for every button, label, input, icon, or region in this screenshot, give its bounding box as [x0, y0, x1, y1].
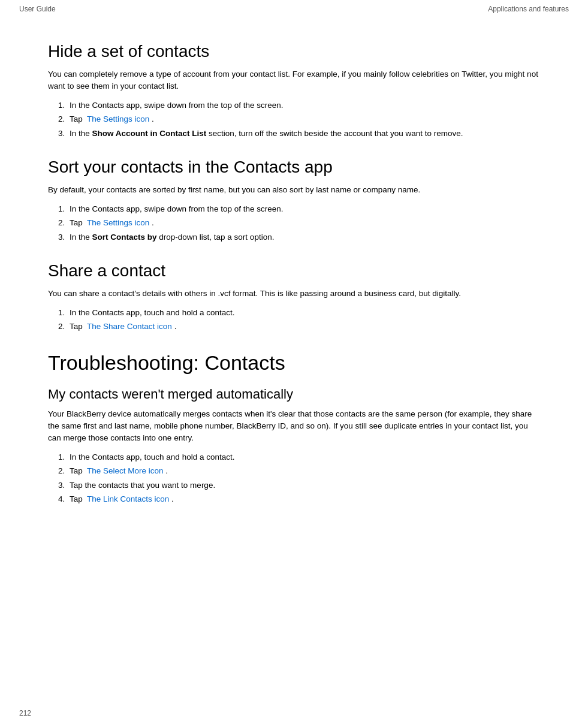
section-troubleshooting: Troubleshooting: Contacts My contacts we… [48, 351, 540, 506]
hide-contacts-steps: In the Contacts app, swipe down from the… [67, 99, 540, 140]
share-contact-step1: In the Contacts app, touch and hold a co… [67, 306, 540, 319]
merge-step1: In the Contacts app, touch and hold a co… [67, 451, 540, 464]
header-right: Applications and features [488, 5, 569, 13]
share-contact-step2-suffix: . [172, 322, 177, 331]
merge-step2-prefix: Tap [70, 466, 87, 475]
share-contact-step2-link: The Share Contact icon [87, 322, 172, 331]
sort-contacts-step3-prefix: In the [70, 233, 92, 242]
sort-contacts-step2: Tap The Settings icon . [67, 216, 540, 230]
merge-description: Your BlackBerry device automatically mer… [48, 408, 540, 445]
hide-contacts-step2-link: The Settings icon [87, 114, 149, 123]
share-contact-step2: Tap The Share Contact icon . [67, 320, 540, 333]
sort-contacts-steps: In the Contacts app, swipe down from the… [67, 203, 540, 244]
sort-contacts-step2-prefix: Tap [70, 218, 87, 227]
share-contact-description: You can share a contact's details with o… [48, 288, 540, 300]
troubleshooting-title: Troubleshooting: Contacts [48, 351, 540, 375]
sort-contacts-description: By default, your contacts are sorted by … [48, 184, 540, 196]
share-contact-steps: In the Contacts app, touch and hold a co… [67, 306, 540, 333]
subsection-merge: My contacts weren't merged automatically… [48, 387, 540, 506]
merge-title: My contacts weren't merged automatically [48, 387, 540, 402]
sort-contacts-step3-suffix: drop-down list, tap a sort option. [157, 233, 275, 242]
main-content: Hide a set of contacts You can completel… [0, 18, 588, 560]
merge-step2: Tap The Select More icon . [67, 464, 540, 478]
sort-contacts-step1: In the Contacts app, swipe down from the… [67, 203, 540, 216]
hide-contacts-step1: In the Contacts app, swipe down from the… [67, 99, 540, 112]
hide-contacts-step3: In the Show Account in Contact List sect… [67, 127, 540, 140]
merge-step2-link: The Select More icon [87, 466, 164, 475]
header-left: User Guide [19, 5, 56, 13]
section-sort-contacts: Sort your contacts in the Contacts app B… [48, 158, 540, 243]
merge-steps: In the Contacts app, touch and hold a co… [67, 451, 540, 506]
page-header: User Guide Applications and features [0, 0, 588, 18]
merge-step4: Tap The Link Contacts icon . [67, 493, 540, 506]
merge-step3-text: Tap the contacts that you want to merge. [70, 481, 215, 490]
page-footer: 212 [19, 709, 31, 717]
hide-contacts-step3-bold: Show Account in Contact List [92, 129, 207, 138]
sort-contacts-step1-text: In the Contacts app, swipe down from the… [70, 204, 283, 213]
section-share-contact: Share a contact You can share a contact'… [48, 261, 540, 333]
merge-step2-suffix: . [164, 466, 168, 475]
hide-contacts-step1-text: In the Contacts app, swipe down from the… [70, 101, 283, 110]
hide-contacts-step2-suffix: . [149, 114, 154, 123]
hide-contacts-step2-prefix: Tap [70, 114, 87, 123]
sort-contacts-title: Sort your contacts in the Contacts app [48, 158, 540, 177]
hide-contacts-step3-prefix: In the [70, 129, 92, 138]
page-number: 212 [19, 709, 31, 717]
sort-contacts-step2-link: The Settings icon [87, 218, 149, 227]
merge-step4-prefix: Tap [70, 494, 87, 503]
share-contact-step1-text: In the Contacts app, touch and hold a co… [70, 308, 234, 317]
merge-step1-text: In the Contacts app, touch and hold a co… [70, 453, 234, 461]
section-hide-contacts: Hide a set of contacts You can completel… [48, 42, 540, 140]
hide-contacts-step2: Tap The Settings icon . [67, 113, 540, 126]
sort-contacts-step2-suffix: . [149, 218, 154, 227]
hide-contacts-step3-suffix: section, turn off the switch beside the … [206, 129, 463, 138]
merge-step3: Tap the contacts that you want to merge. [67, 479, 540, 492]
merge-step4-suffix: . [169, 494, 174, 503]
sort-contacts-step3-bold: Sort Contacts by [92, 233, 157, 242]
sort-contacts-step3: In the Sort Contacts by drop-down list, … [67, 231, 540, 244]
merge-step4-link: The Link Contacts icon [87, 494, 169, 503]
hide-contacts-title: Hide a set of contacts [48, 42, 540, 61]
share-contact-step2-prefix: Tap [70, 322, 87, 331]
share-contact-title: Share a contact [48, 261, 540, 280]
hide-contacts-description: You can completely remove a type of acco… [48, 68, 540, 93]
